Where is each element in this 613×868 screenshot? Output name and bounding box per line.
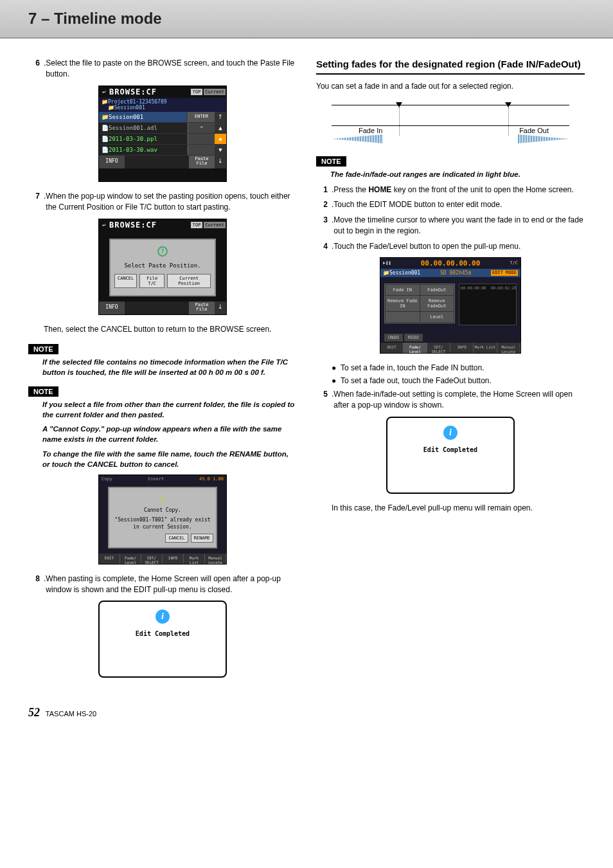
file-tc-button: File T/C (139, 274, 164, 288)
rename-button: RENAME (191, 534, 213, 543)
scroll-up-icon: ▲ (215, 123, 226, 133)
bullet-fade-out: ● To set a fade out, touch the FadeOut b… (332, 375, 585, 386)
info-icon: i (443, 426, 458, 440)
note-label: NOTE (28, 386, 58, 397)
fade-in-button: Fade IN (386, 285, 420, 295)
info-button: INFO (99, 156, 125, 168)
fade-out-marker-icon (505, 102, 511, 107)
browse-screenshot-1: ↩ BROWSE:CF TOP Current 📁Project01-12345… (98, 86, 227, 182)
bottom-tabs: EDIT Fade/ Level SET/ SELECT INFO Mark L… (99, 554, 226, 564)
step-8: 8. When pasting is complete, the Home Sc… (28, 574, 297, 596)
step-text: Press the HOME key on the front of the u… (333, 185, 585, 195)
timecode: 00.00.00.00.00 (391, 259, 510, 267)
step-2: 2. Touch the EDIT MODE button to enter e… (316, 199, 585, 210)
step-number: 4 (316, 241, 328, 252)
page-content: 6. Select the file to paste on the BROWS… (0, 39, 613, 700)
step-text: Move the timeline cursor to where you wa… (333, 215, 585, 237)
enter-button: ENTER (188, 112, 215, 122)
tab: Manual Locate (205, 554, 226, 564)
step-text: When pasting is complete, the Home Scree… (46, 574, 297, 596)
back-icon: ↩ (99, 222, 109, 228)
note-body: If the selected file contains no timecod… (42, 357, 297, 377)
dialog-detail: "Session001-T001" already exist in curre… (112, 517, 213, 530)
tab: EDIT (380, 343, 404, 353)
fade-level-screenshot: ▶❚❚ 00.00.00.00.00 T/C 📁Session001 SD 00… (380, 257, 521, 354)
bullet-fade-in: ● To set a fade in, touch the Fade IN bu… (332, 363, 585, 374)
section-intro: You can set a fade in and a fade out for… (316, 81, 585, 92)
note-label: NOTE (316, 156, 346, 167)
chapter-title: 7 – Timeline mode (28, 10, 162, 28)
warning-icon: ⚠ (159, 492, 166, 504)
tab: Mark List (184, 554, 205, 564)
waveform-icon (518, 134, 569, 143)
screen-title: BROWSE:CF (109, 87, 190, 96)
step-number: 1 (316, 185, 328, 195)
edit-mode-badge: EDIT MODE (491, 270, 518, 276)
dialog-message: Cannot Copy. (144, 507, 181, 514)
cancel-button: CANCEL (165, 534, 188, 543)
step-number: 5 (316, 389, 328, 411)
top-button: TOP (191, 89, 203, 95)
step-5-continued: In this case, the Fade/Level pull-up men… (332, 503, 585, 514)
step-text: Select the file to paste on the BROWSE s… (46, 58, 297, 80)
copy-tab: Copy (102, 476, 112, 482)
fade-out-button: FadeOut (420, 285, 454, 295)
tab: INFO (450, 343, 474, 353)
step-number: 7 (28, 191, 40, 213)
paste-file-button: Paste File (189, 302, 215, 314)
list-item: 📄2011-03-30.ppl (99, 134, 188, 144)
step-5: 5. When fade-in/fade-out setting is comp… (316, 389, 585, 411)
timecode-display: 45.0 1.00 (199, 476, 224, 482)
dialog-body: ⚠ Cannot Copy. "Session001-T001" already… (108, 487, 217, 548)
list-item: 📄2011-03-30.wav (99, 145, 188, 155)
tc-label: T/C (510, 260, 518, 266)
list-item: 📁Session001 (99, 112, 188, 122)
step-7: 7. When the pop-up window to set the pas… (28, 191, 297, 213)
scroll-bottom-icon: ⤓ (215, 302, 226, 314)
bullet-icon: ● (332, 363, 341, 374)
fade-diagram: Fade In Fade Out (332, 98, 569, 143)
paste-file-button: Paste File (189, 156, 215, 168)
fade-in-marker-icon (396, 102, 402, 107)
current-button: Current (204, 222, 226, 228)
dialog-body: ? Select Paste Position. CANCEL File T/C… (109, 239, 216, 296)
note-body: If you select a file from other than the… (42, 399, 297, 469)
waveform-area: 00:00:00:00 00:00:02:29 (459, 284, 517, 325)
fade-out-label: Fade Out (519, 127, 549, 134)
list-item: 📄Session001.adl (99, 123, 188, 133)
edit-completed-popup: i Edit Completed (386, 417, 515, 494)
current-button: Current (204, 89, 226, 95)
remove-fade-in-button: Remove Fade IN (386, 296, 420, 311)
tab: Mark List (474, 343, 497, 353)
top-button: TOP (191, 222, 203, 228)
note-body: The fade-in/fade-out ranges are indicate… (330, 169, 585, 179)
edit-completed-popup: i Edit Completed (98, 601, 227, 678)
undo-button: UNDO (384, 334, 403, 341)
tab: Fade/ Level (120, 554, 141, 564)
step-number: 8 (28, 574, 40, 596)
popup-message: Edit Completed (136, 630, 190, 637)
cancel-button: CANCEL (114, 274, 137, 288)
popup-message: Edit Completed (423, 446, 477, 453)
insert-tab: Insert (148, 476, 164, 482)
note-label: NOTE (28, 344, 58, 354)
model-name: TASCAM HS-20 (46, 710, 96, 718)
step-number: 2 (316, 199, 328, 210)
waveform-icon (332, 134, 383, 143)
step-text: When the pop-up window to set the pastin… (46, 191, 297, 213)
folder-icon: 📁 (108, 105, 114, 111)
bullet-icon: ● (332, 375, 341, 386)
tab: INFO (163, 554, 184, 564)
scroll-bottom-icon: ⤓ (215, 156, 226, 168)
back-icon: ↩ (99, 89, 109, 95)
fade-menu: Fade IN FadeOut Remove Fade IN Remove Fa… (384, 284, 455, 323)
remove-fade-out-button: Remove FadeOut (420, 296, 454, 311)
step-4: 4. Touch the Fade/Level button to open t… (316, 241, 585, 252)
play-icon: ▶❚❚ (383, 260, 391, 266)
folder-icon: 📁 (102, 99, 108, 105)
question-icon: ? (157, 246, 168, 257)
dialog-message: Select Paste Position. (124, 262, 200, 269)
left-column: 6. Select the file to paste on the BROWS… (28, 58, 297, 687)
current-position-button: Current Position (167, 274, 211, 288)
chapter-header: 7 – Timeline mode (0, 0, 613, 39)
